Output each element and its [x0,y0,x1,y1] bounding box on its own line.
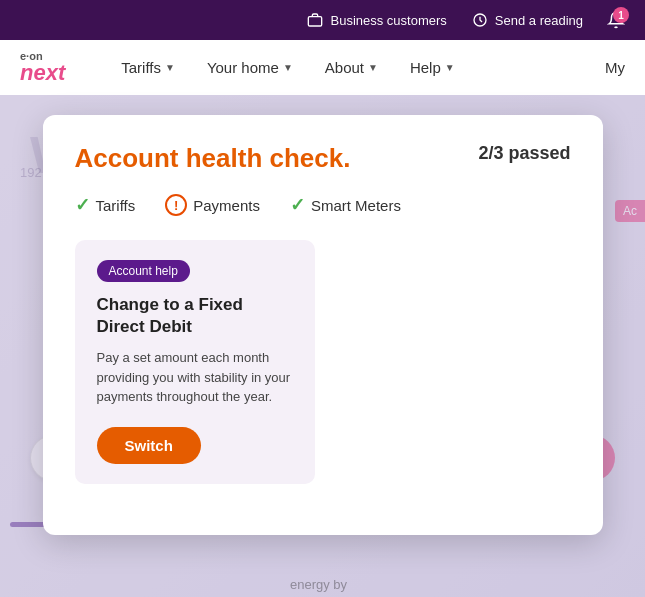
notification-badge: 1 [613,7,629,23]
check-tariffs: ✓ Tariffs [75,194,136,216]
health-check-modal: Account health check. 2/3 passed ✓ Tarif… [43,115,603,535]
chevron-down-icon: ▼ [165,62,175,73]
chevron-down-icon: ▼ [368,62,378,73]
check-pass-icon: ✓ [75,194,90,216]
nav-my-account[interactable]: My [605,59,625,76]
modal-passed: 2/3 passed [478,143,570,164]
recommendation-card: Account help Change to a Fixed Direct De… [75,240,315,484]
check-warning-icon: ! [165,194,187,216]
top-bar: Business customers Send a reading 1 [0,0,645,40]
card-badge: Account help [97,260,190,282]
modal-header: Account health check. 2/3 passed [75,143,571,174]
briefcase-icon [306,11,324,29]
logo[interactable]: e·on next [20,51,65,84]
checks-row: ✓ Tariffs ! Payments ✓ Smart Meters [75,194,571,216]
switch-button[interactable]: Switch [97,427,201,464]
chevron-down-icon: ▼ [445,62,455,73]
check-payments: ! Payments [165,194,260,216]
nav-item-tariffs[interactable]: Tariffs ▼ [105,40,191,95]
chevron-down-icon: ▼ [283,62,293,73]
nav-item-help[interactable]: Help ▼ [394,40,471,95]
svg-rect-0 [309,17,322,26]
check-smart-meters: ✓ Smart Meters [290,194,401,216]
meter-icon [471,11,489,29]
card-description: Pay a set amount each month providing yo… [97,348,293,407]
business-customers-link[interactable]: Business customers [306,11,446,29]
send-reading-link[interactable]: Send a reading [471,11,583,29]
logo-next: next [20,60,65,85]
check-pass-icon: ✓ [290,194,305,216]
nav-bar: e·on next Tariffs ▼ Your home ▼ About ▼ … [0,40,645,95]
nav-items: Tariffs ▼ Your home ▼ About ▼ Help ▼ [105,40,605,95]
card-title: Change to a Fixed Direct Debit [97,294,293,338]
notifications-link[interactable]: 1 [607,11,625,29]
nav-item-your-home[interactable]: Your home ▼ [191,40,309,95]
modal-title: Account health check. [75,143,351,174]
modal-overlay: Account health check. 2/3 passed ✓ Tarif… [0,95,645,597]
nav-item-about[interactable]: About ▼ [309,40,394,95]
